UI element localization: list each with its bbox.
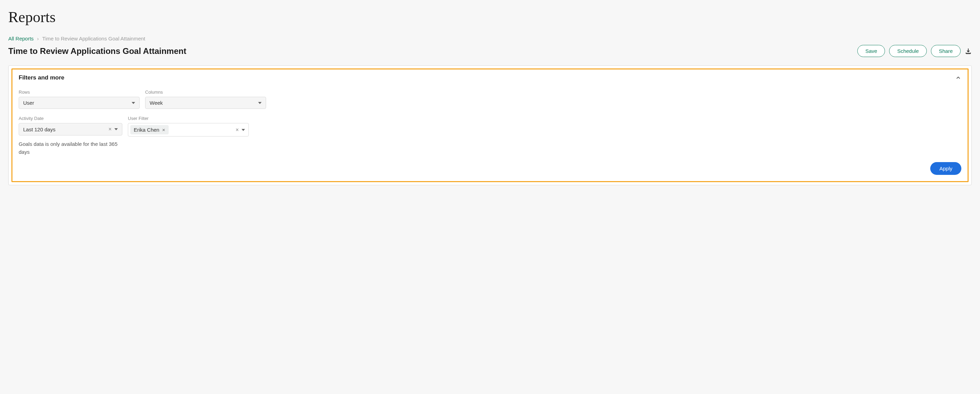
report-title: Time to Review Applications Goal Attainm…	[8, 46, 186, 56]
chip-remove-icon[interactable]: ×	[162, 127, 165, 133]
filters-panel-highlight: Filters and more Rows User Columns Week	[11, 69, 969, 182]
filters-panel: Filters and more Rows User Columns Week	[8, 65, 972, 185]
activity-date-help-text: Goals data is only available for the las…	[19, 140, 123, 156]
filters-panel-footer: Apply	[19, 162, 961, 175]
breadcrumb-root-link[interactable]: All Reports	[8, 36, 33, 41]
download-icon[interactable]	[965, 48, 972, 54]
breadcrumb: All Reports › Time to Review Application…	[8, 36, 972, 41]
activity-date-filter-group: Activity Date Last 120 days × Goals data…	[19, 116, 123, 156]
schedule-button[interactable]: Schedule	[889, 45, 927, 57]
columns-label: Columns	[145, 89, 266, 95]
user-filter-chip: Erika Chen ×	[130, 125, 169, 134]
columns-select[interactable]: Week	[145, 97, 266, 109]
user-filter-chip-label: Erika Chen	[134, 127, 159, 133]
clear-icon[interactable]: ×	[235, 127, 239, 133]
caret-down-icon	[115, 128, 118, 130]
rows-select[interactable]: User	[19, 97, 140, 109]
columns-filter-group: Columns Week	[145, 89, 266, 109]
save-button[interactable]: Save	[858, 45, 885, 57]
clear-icon[interactable]: ×	[108, 126, 111, 132]
breadcrumb-separator: ›	[37, 36, 39, 41]
filters-row-1: Rows User Columns Week	[19, 89, 961, 109]
rows-filter-group: Rows User	[19, 89, 140, 109]
user-filter-label: User Filter	[128, 116, 249, 121]
activity-date-value: Last 120 days	[23, 126, 55, 132]
caret-down-icon	[258, 102, 262, 104]
activity-date-select[interactable]: Last 120 days ×	[19, 123, 123, 136]
user-filter-select[interactable]: Erika Chen × ×	[128, 123, 249, 137]
user-filter-group: User Filter Erika Chen × ×	[128, 116, 249, 137]
filters-row-2: Activity Date Last 120 days × Goals data…	[19, 116, 961, 156]
caret-down-icon	[242, 129, 245, 131]
columns-select-value: Week	[150, 100, 163, 106]
page-title: Reports	[8, 8, 972, 26]
select-icons: ×	[235, 127, 245, 133]
apply-button[interactable]: Apply	[930, 162, 961, 175]
collapse-icon[interactable]	[955, 75, 961, 81]
title-row: Time to Review Applications Goal Attainm…	[8, 45, 972, 57]
filters-panel-header: Filters and more	[19, 74, 961, 81]
rows-select-value: User	[23, 100, 34, 106]
breadcrumb-current: Time to Review Applications Goal Attainm…	[42, 36, 145, 41]
rows-label: Rows	[19, 89, 140, 95]
activity-date-label: Activity Date	[19, 116, 123, 121]
caret-down-icon	[132, 102, 135, 104]
filters-panel-title: Filters and more	[19, 74, 64, 81]
select-icons: ×	[108, 126, 118, 132]
action-bar: Save Schedule Share	[858, 45, 972, 57]
share-button[interactable]: Share	[931, 45, 961, 57]
